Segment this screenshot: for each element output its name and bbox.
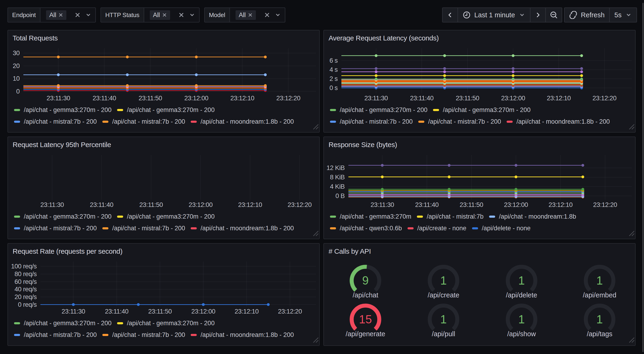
request-latency-95th-chart[interactable]: 23:11:3023:11:4023:11:5023:12:0023:12:10… [8, 137, 319, 239]
resize-handle-icon[interactable] [313, 230, 319, 238]
series-point[interactable] [580, 67, 583, 70]
legend-item[interactable]: /api/chat - gemma3:270m - 200 [117, 320, 214, 327]
series-point[interactable] [264, 56, 266, 59]
series-point[interactable] [375, 67, 378, 70]
chevron-down-icon[interactable] [274, 12, 281, 18]
response-size-chart[interactable]: 23:11:3023:11:4023:11:5023:12:0023:12:10… [324, 137, 635, 239]
series-point[interactable] [443, 70, 446, 73]
filter-http-status-value[interactable]: All [144, 8, 200, 23]
series-point[interactable] [514, 164, 517, 167]
legend-item[interactable]: /api/chat - gemma3:270m [330, 213, 411, 220]
legend-item[interactable]: /api/chat - qwen3:0.6b [330, 225, 402, 232]
filter-model-chip[interactable]: All [236, 10, 256, 20]
total-requests-chart[interactable]: 23:11:3023:11:4023:11:5023:12:0023:12:10… [8, 30, 319, 132]
series-point[interactable] [580, 70, 583, 73]
series-point[interactable] [514, 188, 517, 191]
average-request-latency-chart[interactable]: 23:11:3023:11:4023:11:5023:12:0023:12:10… [324, 30, 635, 132]
series-point[interactable] [375, 70, 378, 73]
gauge-api-generate[interactable]: 15/api/generate [326, 299, 404, 340]
legend-item[interactable]: /api/chat - mistral:7b - 200 [330, 118, 413, 125]
gauge-api-pull[interactable]: 1/api/pull [404, 299, 482, 340]
series-point[interactable] [443, 67, 446, 70]
series-point[interactable] [580, 54, 583, 57]
series-point[interactable] [195, 56, 198, 59]
series-point[interactable] [381, 164, 384, 167]
series-point[interactable] [195, 84, 198, 87]
legend-item[interactable]: /api/delete - none [472, 225, 531, 232]
close-icon[interactable] [264, 12, 270, 18]
filter-http-status-label[interactable]: HTTP Status [100, 8, 144, 23]
legend-item[interactable]: /api/chat - moondream:1.8b [489, 213, 576, 220]
legend-item[interactable]: /api/chat - moondream:1.8b - 200 [191, 331, 294, 338]
time-picker-button[interactable]: Last 1 minute [458, 8, 530, 22]
time-forward-button[interactable] [530, 8, 546, 22]
filter-endpoint-label[interactable]: Endpoint [8, 8, 40, 23]
resize-handle-icon[interactable] [628, 336, 635, 345]
legend-item[interactable]: /api/chat - mistral:7b - 200 [102, 118, 185, 125]
legend-item[interactable]: /api/chat - mistral:7b - 200 [14, 331, 97, 338]
series-point[interactable] [137, 303, 140, 306]
series-point[interactable] [126, 73, 129, 76]
series-point[interactable] [126, 84, 129, 87]
gauge-api-create[interactable]: 1/api/create [404, 260, 482, 301]
series-point[interactable] [195, 73, 198, 76]
series-point[interactable] [580, 74, 583, 77]
gauge-api-show[interactable]: 1/api/show [482, 299, 560, 340]
close-icon[interactable] [162, 13, 167, 17]
legend-item[interactable]: /api/chat - mistral:7b [417, 213, 484, 220]
page-scrollbar[interactable] [642, 3, 644, 352]
series-point[interactable] [57, 84, 60, 87]
resize-handle-icon[interactable] [628, 123, 635, 132]
chevron-down-icon[interactable] [85, 12, 92, 18]
series-point[interactable] [264, 73, 266, 76]
series-point[interactable] [264, 84, 266, 87]
series-point[interactable] [443, 54, 446, 57]
legend-item[interactable]: /api/chat - mistral:7b - 200 [102, 331, 185, 338]
legend-item[interactable]: /api/chat - moondream:1.8b - 200 [191, 118, 294, 125]
filter-endpoint-value[interactable]: All [40, 8, 96, 23]
filter-http-status-chip[interactable]: All [150, 10, 170, 20]
filter-model-value[interactable]: All [230, 8, 285, 23]
legend-item[interactable]: /api/chat - gemma3:270m - 200 [330, 106, 428, 114]
series-point[interactable] [512, 67, 514, 70]
series-point[interactable] [448, 188, 450, 191]
series-point[interactable] [443, 74, 446, 77]
legend-item[interactable]: /api/chat - gemma3:270m - 200 [14, 106, 112, 114]
gauge-api-tags[interactable]: 1/api/tags [560, 299, 639, 340]
series-point[interactable] [126, 56, 129, 59]
series-point[interactable] [202, 303, 205, 306]
series-point[interactable] [57, 56, 60, 59]
resize-handle-icon[interactable] [313, 336, 319, 345]
series-point[interactable] [57, 73, 60, 76]
legend-item[interactable]: /api/chat - gemma3:270m - 200 [117, 213, 214, 220]
legend-item[interactable]: /api/chat - moondream:1.8b - 200 [506, 118, 610, 125]
legend-item[interactable]: /api/create - none [408, 225, 466, 232]
series-point[interactable] [443, 78, 446, 81]
legend-item[interactable]: /api/chat - gemma3:270m - 200 [14, 320, 112, 327]
refresh-button[interactable]: Refresh [564, 8, 610, 22]
request-rate-chart[interactable]: 23:11:3023:11:4023:11:5023:12:0023:12:10… [8, 244, 319, 345]
close-icon[interactable] [58, 13, 63, 17]
time-back-button[interactable] [442, 8, 458, 22]
legend-item[interactable]: /api/chat - mistral:7b - 200 [14, 225, 97, 232]
zoom-out-button[interactable] [546, 8, 562, 22]
close-icon[interactable] [74, 12, 81, 18]
series-point[interactable] [512, 70, 514, 73]
legend-item[interactable]: /api/chat - mistral:7b - 200 [418, 118, 501, 125]
series-point[interactable] [512, 74, 514, 77]
gauge-api-delete[interactable]: 1/api/delete [482, 260, 560, 301]
series-point[interactable] [582, 188, 584, 191]
legend-item[interactable]: /api/chat - mistral:7b - 200 [102, 225, 185, 232]
calls-by-api-gauges[interactable]: 9/api/chat1/api/create1/api/delete1/api/… [324, 244, 635, 345]
legend-item[interactable]: /api/chat - gemma3:270m - 200 [433, 106, 530, 114]
filter-model-label[interactable]: Model [204, 8, 230, 23]
series-point[interactable] [375, 74, 378, 77]
series-point[interactable] [514, 176, 517, 178]
gauge-api-chat[interactable]: 9/api/chat [326, 260, 404, 301]
chevron-down-icon[interactable] [189, 12, 195, 18]
series-point[interactable] [580, 78, 583, 81]
resize-handle-icon[interactable] [313, 123, 319, 132]
legend-item[interactable]: /api/chat - gemma3:270m - 200 [117, 106, 214, 114]
series-point[interactable] [375, 54, 378, 57]
series-point[interactable] [582, 176, 584, 178]
